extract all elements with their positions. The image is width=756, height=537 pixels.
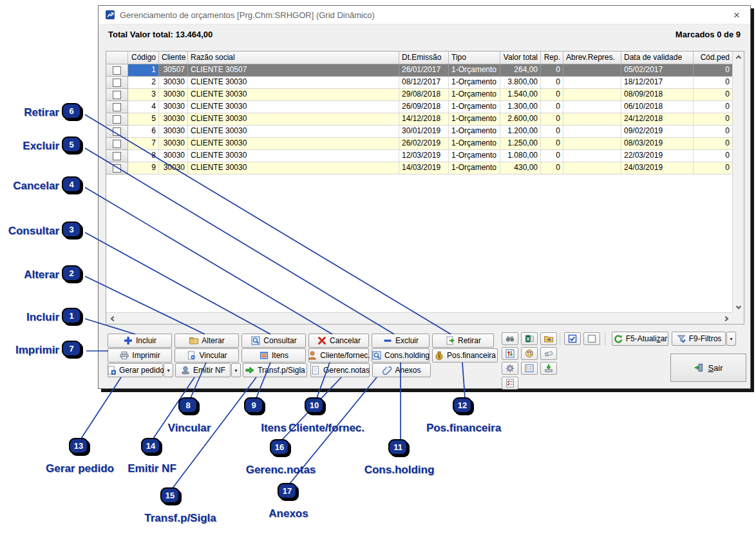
row-checkbox[interactable] (113, 103, 121, 111)
row-checkbox[interactable] (113, 152, 121, 160)
table-row[interactable]: 130507CLIENTE 3050726/01/20171-Orçamento… (106, 64, 733, 77)
scroll-down-button[interactable] (733, 302, 744, 313)
grid-body: 130507CLIENTE 3050726/01/20171-Orçamento… (106, 64, 733, 174)
row-checkbox-cell[interactable] (106, 150, 128, 162)
cell-valor: 2.600,00 (500, 113, 541, 126)
cons-holding-button[interactable]: Cons.holding (372, 348, 430, 363)
title-bar[interactable]: Gerenciamento de orçamentos [Prg.Chm:SRH… (99, 6, 750, 24)
incluir-button[interactable]: Incluir (108, 334, 172, 348)
gerenc-notas-button[interactable]: Gerenc.notas (310, 363, 370, 377)
column-header-cliente[interactable]: Cliente (159, 52, 188, 64)
toolbar-button-import[interactable] (540, 362, 557, 375)
emitir-nf-button[interactable]: Emitir NF (175, 363, 231, 377)
row-checkbox-cell[interactable] (106, 101, 128, 113)
callout-badge-7: 7 (62, 341, 81, 357)
cell-cliente: 30030 (159, 101, 188, 113)
horizontal-scrollbar[interactable] (106, 312, 733, 324)
transf-p-sigla-label: Transf.p/Sigla (258, 366, 305, 375)
check-all-button[interactable] (564, 332, 581, 345)
table-row[interactable]: 930030CLIENTE 3003014/03/20191-Orçamento… (106, 162, 733, 174)
close-button[interactable]: × (730, 10, 744, 21)
row-checkbox[interactable] (113, 66, 121, 75)
cell-emissao: 14/03/2019 (399, 162, 449, 174)
table-row[interactable]: 430030CLIENTE 3003026/09/20181-Orçamento… (106, 101, 733, 113)
column-header-rep[interactable]: Rep. (541, 52, 563, 64)
table-row[interactable]: 830030CLIENTE 3003012/03/20191-Orçamento… (106, 150, 733, 162)
row-checkbox[interactable] (113, 164, 121, 173)
scroll-up-button[interactable] (733, 52, 744, 62)
column-header-dt-emissao[interactable]: Dt.Emissão (399, 52, 449, 64)
anexos-button[interactable]: Anexos (372, 363, 431, 377)
alterar-button[interactable]: Alterar (175, 334, 239, 348)
table-row[interactable]: 630030CLIENTE 3003030/01/20191-Orçamento… (106, 126, 733, 138)
marked-count-label: Marcados 0 de 9 (676, 30, 741, 39)
scroll-left-button[interactable] (107, 313, 118, 324)
row-checkbox-cell[interactable] (106, 138, 128, 150)
transf-p-sigla-button[interactable]: Transf.p/Sigla (243, 363, 307, 377)
minus-icon (383, 335, 393, 346)
row-checkbox[interactable] (113, 127, 121, 136)
toolbar-button-eraser[interactable] (540, 347, 557, 360)
itens-label: Itens (272, 351, 288, 360)
cell-validade: 08/03/2019 (621, 138, 694, 150)
toolbar-button-binoculars[interactable] (502, 332, 518, 345)
column-header-select[interactable] (106, 52, 128, 64)
column-header-valor-total[interactable]: Valor total (500, 52, 541, 64)
callout-label-imprimir: Imprimir (15, 344, 59, 357)
row-checkbox-cell[interactable] (106, 89, 128, 101)
f5-refresh-button[interactable]: F5-Atualizar (612, 332, 668, 346)
toolbar-button-gear[interactable] (502, 362, 518, 375)
toolbar-button-excel[interactable]: X (521, 332, 538, 345)
row-checkbox[interactable] (113, 140, 121, 148)
f9-filters-button[interactable]: F9-Filtros (672, 332, 726, 346)
table-row[interactable]: 530030CLIENTE 3003014/12/20181-Orçamento… (106, 113, 733, 126)
row-checkbox[interactable] (113, 115, 121, 124)
plus-icon (123, 335, 133, 346)
column-header-abrev-repres[interactable]: Abrev.Repres. (563, 52, 621, 64)
column-header-razao-social[interactable]: Razão social (188, 52, 399, 64)
toolbar-button-list[interactable] (521, 362, 538, 375)
emitir-nf-dropdown-button[interactable]: ▾ (231, 363, 241, 377)
imprimir-button[interactable]: Imprimir (108, 348, 172, 363)
cliente-fornec-button[interactable]: Cliente/fornec. (308, 348, 369, 363)
exit-button[interactable]: Sair (670, 353, 746, 382)
cell-abrev (563, 77, 621, 89)
row-checkbox-cell[interactable] (106, 162, 128, 174)
column-header-c-d-ped[interactable]: Cód.ped (694, 52, 733, 64)
table-row[interactable]: 230030CLIENTE 3003008/12/20171-Orçamento… (106, 77, 733, 89)
toolbar-button-checklist[interactable] (502, 377, 518, 390)
column-header-tipo[interactable]: Tipo (449, 52, 500, 64)
vertical-scrollbar[interactable] (732, 52, 744, 313)
gerar-pedido-button[interactable]: Gerar pedido (108, 363, 163, 377)
toolbar-button-sort[interactable] (502, 347, 518, 360)
toolbar-button-folder-export[interactable] (540, 332, 557, 345)
row-checkbox-cell[interactable] (106, 126, 128, 138)
toolbar-button-palette[interactable] (521, 347, 538, 360)
row-checkbox[interactable] (113, 91, 121, 99)
cell-codigo: 1 (128, 64, 159, 77)
gerar-pedido-dropdown-button[interactable]: ▾ (164, 363, 173, 377)
scroll-right-button[interactable] (721, 313, 732, 324)
callout-badge-15: 15 (160, 487, 180, 504)
table-row[interactable]: 730030CLIENTE 3003026/02/20191-Orçamento… (106, 138, 733, 150)
cell-codped: 0 (694, 150, 733, 162)
column-header-c-digo[interactable]: Código (128, 52, 159, 64)
retirar-button[interactable]: Retirar (432, 334, 494, 348)
consultar-button[interactable]: Consultar (241, 334, 306, 348)
table-row[interactable]: 330030CLIENTE 3003029/08/20181-Orçamento… (106, 89, 733, 101)
itens-button[interactable]: Itens (241, 348, 306, 363)
column-header-data-de-validade[interactable]: Data de validade (621, 52, 694, 64)
cancelar-button[interactable]: Cancelar (308, 334, 369, 348)
uncheck-all-button[interactable] (583, 332, 600, 345)
cell-razao: CLIENTE 30030 (188, 77, 399, 89)
row-checkbox-cell[interactable] (106, 77, 128, 89)
vincular-button[interactable]: Vincular (175, 348, 239, 363)
excluir-button[interactable]: Excluir (372, 334, 430, 348)
cell-validade: 08/09/2018 (621, 89, 694, 101)
pos-financeira-button[interactable]: $Pos.financeira (432, 348, 498, 363)
row-checkbox-cell[interactable] (106, 113, 128, 126)
row-checkbox[interactable] (113, 79, 121, 87)
f9-filters-dropdown-button[interactable]: ▾ (726, 332, 736, 346)
row-checkbox-cell[interactable] (106, 64, 128, 77)
gerenc-notas-label: Gerenc.notas (323, 366, 370, 375)
